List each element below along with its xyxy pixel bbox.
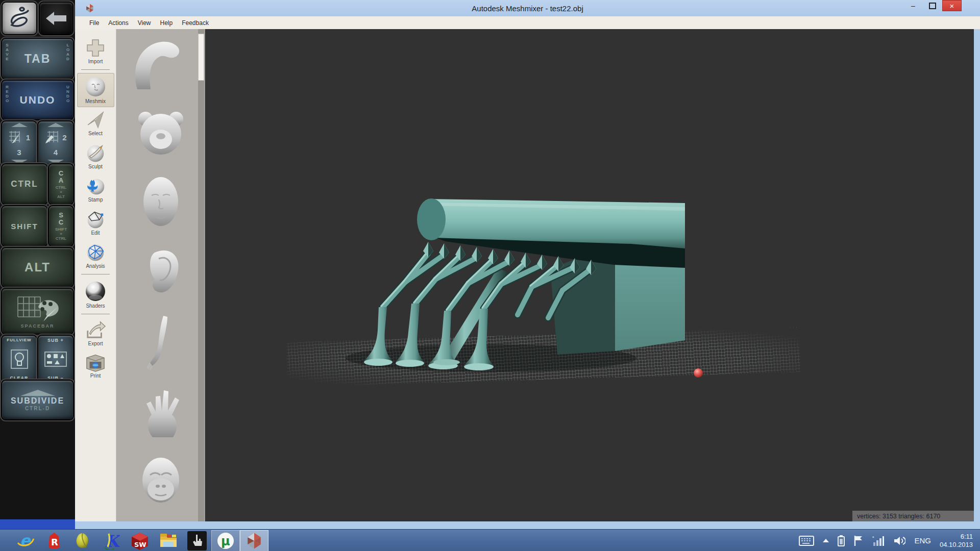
tool-select[interactable]: Select	[77, 107, 114, 139]
tool-meshmix[interactable]: Meshmix	[77, 73, 114, 107]
ctrl-button[interactable]: CTRL	[2, 164, 47, 204]
spacebar-hint: SPACEBAR	[21, 324, 55, 329]
arm-part[interactable]	[146, 314, 176, 370]
maximize-button[interactable]	[923, 0, 942, 11]
shift-ctrl-button[interactable]: S C SHIFT + CTRL	[49, 206, 73, 246]
volume-speaker-icon[interactable]	[893, 535, 905, 546]
bear-head-part[interactable]	[133, 110, 189, 159]
flexed-arm-part[interactable]	[128, 36, 193, 93]
undo-right-label: U N D O	[65, 85, 71, 103]
fullview-label: FULLVIEW	[7, 338, 31, 342]
taskbar-k-3d-app[interactable]: K	[97, 530, 126, 551]
svg-text:R: R	[51, 537, 58, 547]
spacebar-button[interactable]: SPACEBAR	[2, 289, 73, 334]
alt-label: ALT	[24, 260, 51, 274]
tool-sculpt[interactable]: Sculpt	[77, 139, 114, 172]
fullview-clear-button[interactable]: FULLVIEW CLEAR	[2, 336, 36, 383]
tool-print[interactable]: Print	[77, 349, 114, 382]
taskbar: e R K	[0, 529, 980, 551]
lightbulb-icon	[11, 349, 28, 369]
window-title: Autodesk Meshmixer - test22.obj	[75, 4, 980, 13]
undo-button[interactable]: R E D O UNDO U N D O	[2, 81, 73, 119]
taskbar-hand-pointer-app[interactable]	[183, 530, 211, 551]
meshmixer-window: Autodesk Meshmixer - test22.obj – × File…	[75, 0, 980, 521]
library-scrollbar-thumb[interactable]	[198, 34, 204, 81]
menu-view[interactable]: View	[133, 18, 156, 28]
viewport-3d[interactable]: vertices: 3153 triangles: 6170	[205, 29, 980, 521]
menu-actions[interactable]: Actions	[104, 18, 133, 28]
taskbar-yellow-sphere-app[interactable]	[68, 530, 97, 551]
language-indicator[interactable]: ENG	[914, 536, 931, 545]
clear-label: CLEAR	[10, 375, 29, 381]
subdivide-button[interactable]: SUBDIVIDE CTRL-D	[2, 381, 73, 419]
model-scene	[205, 29, 974, 521]
sculpt-brush-icon	[85, 142, 106, 163]
taskbar-meshmixer[interactable]	[240, 530, 268, 551]
menu-file[interactable]: File	[85, 18, 104, 28]
chevron-up-icon	[20, 390, 55, 396]
sub-minus-label: SUB −	[47, 375, 64, 381]
file-explorer-icon	[159, 533, 178, 549]
taskbar-file-explorer[interactable]	[154, 530, 183, 551]
library-scrollbar[interactable]	[198, 29, 204, 521]
menu-bar: File Actions View Help Feedback	[75, 16, 980, 30]
title-bar[interactable]: Autodesk Meshmixer - test22.obj – ×	[75, 0, 980, 17]
taskbar-clock[interactable]: 6:11 04.10.2013	[940, 533, 973, 549]
svg-text:µ: µ	[221, 534, 230, 548]
alt-button[interactable]: ALT	[2, 248, 73, 287]
tool-shaders[interactable]: Shaders	[77, 278, 114, 312]
shift-button[interactable]: SHIFT	[2, 206, 47, 246]
action-center-flag-icon[interactable]	[853, 535, 864, 546]
palette-grid-icon	[16, 294, 60, 322]
battery-icon[interactable]	[838, 535, 845, 546]
taskbar-solidworks[interactable]: SW	[126, 530, 154, 551]
show-hidden-icons-button[interactable]	[823, 539, 829, 542]
brush-slot-1-button[interactable]: 1 3	[2, 121, 36, 165]
tool-export[interactable]: Export	[77, 317, 114, 349]
gorilla-head-part[interactable]	[138, 456, 184, 505]
tool-edit[interactable]: Edit	[77, 206, 114, 239]
tab-label: TAB	[24, 52, 51, 66]
taskbar-utorrent[interactable]: µ	[211, 530, 240, 551]
taskbar-red-r-app[interactable]: R	[40, 530, 68, 551]
taskbar-internet-explorer[interactable]: e	[11, 530, 40, 551]
network-signal-icon[interactable]: *	[872, 535, 885, 546]
analysis-mesh-icon	[85, 241, 106, 263]
tool-stamp[interactable]: Stamp	[77, 172, 114, 206]
shift-ctrl-letters: S C	[59, 212, 63, 226]
toolbar-separator	[81, 69, 110, 70]
shaders-chrome-icon	[84, 280, 107, 303]
k-3d-app-icon: K	[103, 532, 120, 550]
zbrush-logo-button[interactable]	[3, 3, 36, 34]
yellow-sphere-icon	[75, 532, 91, 549]
ctrl-alt-button[interactable]: C A CTRL + ALT	[49, 164, 73, 204]
pivot-sphere[interactable]	[694, 368, 703, 378]
subdivide-hint: CTRL-D	[25, 406, 50, 411]
ear-part[interactable]	[137, 247, 184, 297]
brush-slot-2-button[interactable]: 2 4	[38, 121, 73, 165]
hand-part[interactable]	[137, 386, 184, 439]
menu-feedback[interactable]: Feedback	[177, 18, 213, 28]
slot2-top-number: 2	[62, 133, 66, 142]
shift-ctrl-hint: SHIFT + CTRL	[55, 227, 67, 241]
internet-explorer-icon: e	[16, 532, 35, 550]
human-head-part[interactable]	[136, 175, 185, 231]
select-arrow-icon	[85, 110, 106, 130]
sub-button[interactable]: SUB + SUB −	[38, 336, 73, 383]
tool-import[interactable]: Import	[77, 35, 114, 67]
status-bar: vertices: 3153 triangles: 6170	[852, 511, 979, 521]
primitive-shapes-icon	[44, 352, 67, 367]
back-button[interactable]	[40, 3, 72, 34]
touch-keyboard-icon[interactable]	[799, 536, 814, 546]
menu-help[interactable]: Help	[156, 18, 178, 28]
meshmix-sphere-icon	[84, 76, 107, 98]
close-button[interactable]: ×	[942, 0, 962, 11]
docked-strip	[0, 519, 75, 529]
back-arrow-icon	[45, 11, 67, 26]
system-tray: * ENG 6:11 04.10.2013	[799, 533, 980, 549]
slot2-bottom-number: 4	[54, 148, 58, 157]
stamp-fleur-icon	[85, 175, 106, 196]
tab-button[interactable]: S A V E TAB L O A D	[2, 39, 73, 79]
tool-analysis[interactable]: Analysis	[77, 239, 114, 272]
minimize-button[interactable]: –	[903, 0, 923, 11]
